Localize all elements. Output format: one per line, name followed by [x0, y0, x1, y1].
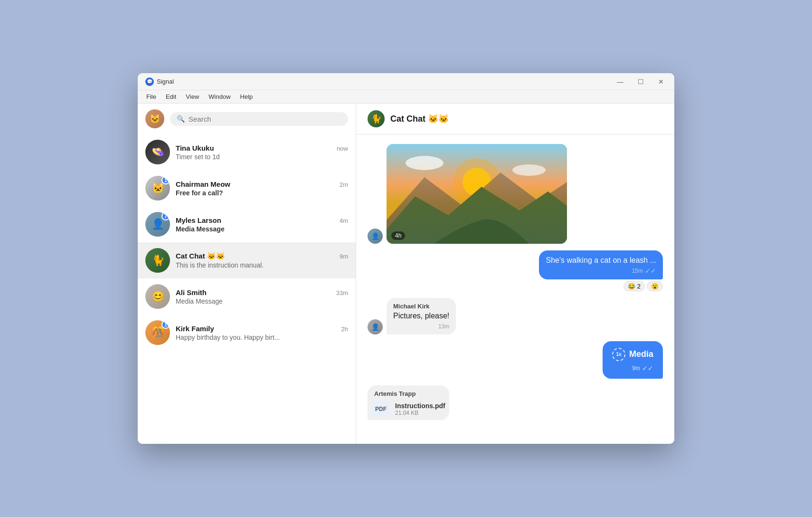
media-bubble[interactable]: 1x Media 9m ✓✓	[603, 341, 663, 379]
conv-body-myles: Myles Larson 4m Media Message	[176, 216, 348, 233]
conv-name-tina: Tina Ukuku	[176, 144, 214, 152]
avatar-chairman: 🐱 1	[145, 176, 170, 201]
conv-name-myles: Myles Larson	[176, 216, 221, 224]
conv-time-kirk: 2h	[341, 326, 348, 333]
conv-body-catchat: Cat Chat 🐱🐱 9m This is the instruction m…	[176, 252, 348, 269]
conv-time-catchat: 9m	[340, 253, 348, 260]
svg-point-6	[512, 164, 546, 176]
conv-body-chairman: Chairman Meow 2m Free for a call?	[176, 180, 348, 197]
badge-myles: 7	[161, 212, 170, 220]
conversation-list: 👒 Tina Ukuku now Timer set to 1d 🐱 1	[138, 134, 356, 444]
chat-title: Cat Chat 🐱🐱	[390, 114, 449, 124]
search-icon: 🔍	[177, 115, 185, 123]
maximize-button[interactable]: ☐	[635, 77, 647, 86]
message-row-media: 1x Media 9m ✓✓	[368, 341, 663, 379]
sidebar-header: 🐱 🔍	[138, 104, 356, 134]
titlebar: 💬 Signal — ☐ ✕	[138, 73, 674, 90]
avatar-tina-img: 👒	[145, 140, 170, 164]
conversation-item-catchat[interactable]: 🐈 Cat Chat 🐱🐱 9m This is the instruction…	[138, 242, 356, 278]
media-label: Media	[629, 349, 653, 359]
mountain-image	[387, 144, 567, 244]
conv-time-myles: 4m	[340, 217, 348, 224]
media-icon: 1x	[612, 348, 625, 361]
svg-point-5	[406, 156, 444, 170]
conv-preview-kirk: Happy birthday to you. Happy birt...	[176, 334, 348, 341]
outgoing-text-container: She's walking a cat on a leash ... 15m ✓…	[539, 250, 663, 291]
read-receipt-icon: ✓✓	[645, 267, 656, 275]
message-row-image: 👤	[368, 144, 663, 244]
search-input[interactable]	[189, 115, 341, 123]
conversation-item-myles[interactable]: 👤 7 Myles Larson 4m Media Message	[138, 206, 356, 242]
badge-kirk: 1	[161, 320, 170, 329]
msg-avatar-myles: 👤	[368, 229, 383, 244]
conversation-item-chairman[interactable]: 🐱 1 Chairman Meow 2m Free for a call?	[138, 170, 356, 206]
avatar-kirk: 🎊 1	[145, 320, 170, 345]
conversation-item-kirk[interactable]: 🎊 1 Kirk Family 2h Happy birthday to you…	[138, 315, 356, 351]
app-title: Signal	[157, 78, 174, 85]
bubble-michael-meta: 13m	[393, 323, 449, 330]
conv-name-chairman: Chairman Meow	[176, 180, 230, 188]
conv-body-kirk: Kirk Family 2h Happy birthday to you. Ha…	[176, 325, 348, 341]
conv-body-ali: Ali Smith 33m Media Message	[176, 288, 348, 305]
sender-name-michael: Michael Kirk	[393, 303, 449, 310]
media-read-receipt: ✓✓	[642, 364, 653, 372]
image-bubble[interactable]: 4h	[387, 144, 567, 244]
sender-name-artemis: Artemis Trapp	[368, 385, 449, 397]
conv-preview-ali: Media Message	[176, 297, 348, 305]
pdf-filename: Instructions.pdf	[395, 402, 445, 410]
app-logo: 💬	[145, 77, 154, 86]
conv-preview-catchat: This is the instruction manual.	[176, 261, 348, 269]
media-time: 9m	[632, 365, 640, 372]
chat-header-avatar: 🐈	[368, 110, 385, 127]
pdf-info: Instructions.pdf 21.04 KB	[395, 402, 445, 416]
avatar-myles: 👤 7	[145, 212, 170, 237]
pdf-content[interactable]: PDF Instructions.pdf 21.04 KB	[368, 398, 449, 420]
menu-window[interactable]: Window	[205, 92, 234, 101]
minimize-button[interactable]: —	[614, 77, 626, 86]
search-bar[interactable]: 🔍	[170, 112, 348, 126]
conv-preview-myles: Media Message	[176, 225, 348, 233]
media-meta: 9m ✓✓	[632, 364, 653, 372]
conv-time-chairman: 2m	[340, 181, 348, 188]
menu-view[interactable]: View	[182, 92, 203, 101]
message-row-pdf: Artemis Trapp PDF Instructions.pdf 21.04…	[368, 385, 663, 420]
msg-time1: 15m	[632, 268, 643, 274]
conv-preview-chairman: Free for a call?	[176, 189, 348, 197]
user-avatar[interactable]: 🐱	[145, 109, 164, 128]
close-button[interactable]: ✕	[655, 77, 667, 86]
conv-body-tina: Tina Ukuku now Timer set to 1d	[176, 144, 348, 161]
message-row-text1: She's walking a cat on a leash ... 15m ✓…	[368, 250, 663, 291]
menu-edit[interactable]: Edit	[162, 92, 180, 101]
user-avatar-image: 🐱	[145, 109, 164, 128]
bubble-text1-content: She's walking a cat on a leash ...	[546, 255, 656, 266]
avatar-catchat: 🐈	[145, 248, 170, 273]
avatar-catchat-img: 🐈	[145, 248, 170, 273]
bubble-meta1: 15m ✓✓	[546, 267, 656, 275]
sidebar: 🐱 🔍 👒 Tina Ukuku now	[138, 104, 356, 444]
reaction-wow[interactable]: 😮	[647, 281, 663, 291]
chat-header: 🐈 Cat Chat 🐱🐱	[356, 104, 674, 134]
menu-help[interactable]: Help	[236, 92, 257, 101]
media-content: 1x Media	[612, 348, 653, 361]
app-window: 💬 Signal — ☐ ✕ File Edit View Window Hel…	[138, 73, 674, 444]
conv-name-kirk: Kirk Family	[176, 325, 214, 333]
bubble-michael: Michael Kirk Pictures, please! 13m	[387, 298, 456, 334]
conv-name-catchat: Cat Chat 🐱🐱	[176, 252, 225, 260]
menubar: File Edit View Window Help	[138, 90, 674, 104]
conv-preview-tina: Timer set to 1d	[176, 153, 348, 161]
reaction-laugh[interactable]: 😂 2	[623, 281, 645, 291]
messages-area: 👤	[356, 134, 674, 444]
conv-name-ali: Ali Smith	[176, 288, 207, 297]
msg-avatar-michael: 👤	[368, 319, 383, 335]
bubble-michael-text: Pictures, please!	[393, 311, 449, 321]
conv-time-ali: 33m	[336, 289, 348, 297]
window-controls: — ☐ ✕	[614, 77, 667, 86]
image-time-label: 4h	[391, 231, 405, 240]
conversation-item-tina[interactable]: 👒 Tina Ukuku now Timer set to 1d	[138, 134, 356, 170]
menu-file[interactable]: File	[142, 92, 160, 101]
avatar-ali-img: 😊	[145, 284, 170, 309]
msg-time-michael: 13m	[438, 323, 449, 330]
conversation-item-ali[interactable]: 😊 Ali Smith 33m Media Message	[138, 278, 356, 315]
badge-chairman: 1	[161, 176, 170, 184]
conv-time-tina: now	[337, 145, 348, 152]
